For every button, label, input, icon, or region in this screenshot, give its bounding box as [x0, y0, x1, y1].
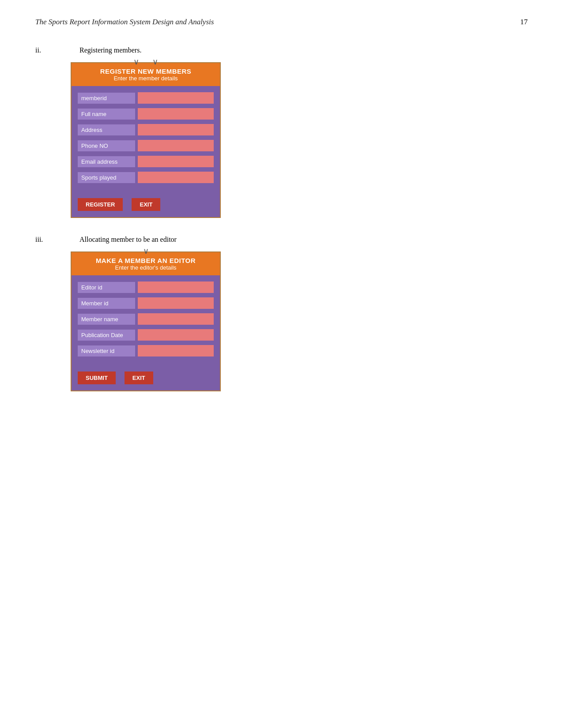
register-form: ∨ ∨ REGISTER NEW MEMBERS Enter the membe… — [71, 62, 221, 218]
editor-exit-button[interactable]: EXIT — [125, 372, 153, 384]
form-row-newsletterid: Newsletter id — [78, 345, 214, 356]
input-fullname[interactable] — [138, 108, 214, 120]
form-row-emailaddress: Email address — [78, 156, 214, 167]
editor-form-body: Editor id Member id Member name Publicat… — [72, 275, 220, 367]
input-newsletterid[interactable] — [138, 345, 214, 356]
form-row-phoneno: Phone NO — [78, 140, 214, 151]
form-row-publicationdate: Publication Date — [78, 329, 214, 341]
submit-button[interactable]: SUBMIT — [78, 372, 116, 384]
register-form-body: memberid Full name Address Phone NO Emai… — [72, 86, 220, 194]
section-ii-text: Registering members. — [79, 46, 141, 54]
page-title: The Sports Report Information System Des… — [35, 18, 214, 26]
label-newsletterid: Newsletter id — [78, 345, 135, 356]
input-address[interactable] — [138, 124, 214, 135]
register-exit-button[interactable]: EXIT — [132, 198, 160, 211]
label-emailaddress: Email address — [78, 156, 135, 167]
editor-form-title: MAKE A MEMBER AN EDITOR — [78, 257, 214, 264]
input-editorid[interactable] — [138, 281, 214, 293]
input-emailaddress[interactable] — [138, 156, 214, 167]
page-header: The Sports Report Information System Des… — [35, 18, 528, 29]
form-row-sportsplayed: Sports played — [78, 172, 214, 183]
register-button[interactable]: REGISTER — [78, 198, 123, 211]
form-row-fullname: Full name — [78, 108, 214, 120]
dropdown-indicators: ∨ ∨ — [133, 57, 158, 67]
input-editor-memberid[interactable] — [138, 297, 214, 309]
label-publicationdate: Publication Date — [78, 330, 135, 341]
form-row-editorid: Editor id — [78, 281, 214, 293]
section-ii-label: ii. Registering members. — [35, 46, 528, 54]
editor-form: ∨ MAKE A MEMBER AN EDITOR Enter the edit… — [71, 251, 221, 391]
editor-form-subtitle: Enter the editor's details — [78, 264, 214, 271]
form-row-membername: Member name — [78, 313, 214, 325]
form-row-address: Address — [78, 124, 214, 135]
register-form-footer: REGISTER EXIT — [72, 194, 220, 217]
input-membername[interactable] — [138, 313, 214, 325]
label-editor-memberid: Member id — [78, 298, 135, 309]
form-row-memberid: memberid — [78, 92, 214, 104]
dropdown-arrow-2: ∨ — [152, 57, 158, 67]
label-membername: Member name — [78, 314, 135, 325]
editor-dropdown-arrow-1: ∨ — [143, 246, 149, 256]
page: The Sports Report Information System Des… — [0, 0, 563, 728]
section-iii-text: Allocating member to be an editor — [79, 236, 177, 244]
input-phoneno[interactable] — [138, 140, 214, 151]
page-number: 17 — [520, 18, 528, 26]
dropdown-arrow-1: ∨ — [133, 57, 139, 67]
editor-form-footer: SUBMIT EXIT — [72, 367, 220, 390]
input-publicationdate[interactable] — [138, 329, 214, 341]
input-sportsplayed[interactable] — [138, 172, 214, 183]
label-sportsplayed: Sports played — [78, 172, 135, 183]
register-form-title: REGISTER NEW MEMBERS — [78, 68, 214, 75]
label-editorid: Editor id — [78, 282, 135, 293]
form-row-editor-memberid: Member id — [78, 297, 214, 309]
register-form-subtitle: Enter the member details — [78, 75, 214, 82]
editor-dropdown-indicators: ∨ — [143, 246, 149, 256]
label-fullname: Full name — [78, 109, 135, 120]
label-phoneno: Phone NO — [78, 140, 135, 151]
section-iii-label: iii. Allocating member to be an editor — [35, 236, 528, 244]
section-iii-numeral: iii. — [35, 236, 79, 244]
input-memberid[interactable] — [138, 92, 214, 104]
label-address: Address — [78, 124, 135, 135]
section-ii-numeral: ii. — [35, 46, 79, 54]
label-memberid: memberid — [78, 93, 135, 104]
